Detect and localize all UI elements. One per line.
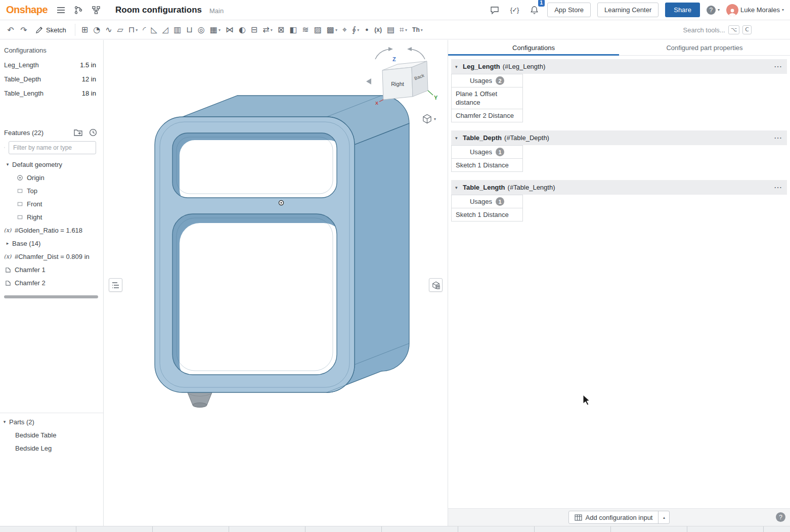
config-section-header-leg-length[interactable]: ▾Leg_Length(#Leg_Length)⋯ — [451, 59, 787, 74]
thicken-dropdown-caret[interactable]: ▾ — [136, 28, 138, 32]
tree-item-top[interactable]: Top — [0, 184, 103, 197]
learning-center-button[interactable]: Learning Center — [597, 3, 659, 17]
app-store-button[interactable]: App Store — [547, 3, 591, 17]
create-folder-icon[interactable] — [74, 128, 82, 136]
fillet-button[interactable]: ◜ — [140, 23, 148, 37]
custom-thread-dropdown-caret[interactable]: ▾ — [421, 28, 423, 32]
linear-pattern-button[interactable]: ▦▾ — [207, 23, 223, 37]
chamfer-button[interactable]: ◺ — [149, 23, 160, 37]
point-button[interactable]: ∙ — [362, 23, 372, 37]
tree-item-origin[interactable]: Origin — [0, 171, 103, 184]
section-collapse-icon[interactable]: ▾ — [455, 136, 463, 141]
add-configuration-input-button[interactable]: Add configuration input ▴ — [568, 511, 670, 524]
loft-button[interactable]: ▱ — [115, 23, 126, 37]
configuration-value[interactable]: 12 in — [82, 75, 96, 83]
redo-button[interactable]: ↷ — [17, 23, 30, 37]
tree-item-chamfer-1[interactable]: Chamfer 1 — [0, 263, 103, 276]
derived-button[interactable]: ▤ — [384, 23, 397, 37]
sweep-button[interactable]: ∿ — [103, 23, 114, 37]
view-cube[interactable]: Right Back Z Y X — [362, 44, 439, 113]
view-orientation-button[interactable]: ▾ — [422, 114, 436, 124]
document-tabs-bar[interactable] — [0, 526, 790, 532]
boolean-button[interactable]: ◐ — [236, 23, 248, 37]
chevron-down-icon[interactable]: ▾ — [434, 117, 436, 121]
feature-check-button[interactable]: {✓} — [508, 4, 521, 17]
comments-button[interactable] — [488, 4, 501, 17]
tree-item-default-geometry[interactable]: ▾Default geometry — [0, 158, 103, 171]
origin-marker[interactable] — [279, 201, 284, 205]
feature-list-toggle-button[interactable] — [109, 278, 122, 292]
configuration-row-table-depth[interactable]: Table_Depth12 in — [0, 72, 103, 86]
help-icon[interactable]: ? — [776, 512, 785, 522]
help-menu-button[interactable]: ? ▾ — [707, 6, 720, 15]
undo-button[interactable]: ↶ — [4, 23, 17, 37]
tree-item-golden-ratio-1-618[interactable]: (x)#Golden_Ratio = 1.618 — [0, 224, 103, 237]
variable-button[interactable]: (x) — [372, 23, 384, 37]
helix-button[interactable]: ∮▾ — [349, 23, 362, 37]
sheet-metal-dropdown-caret[interactable]: ▾ — [405, 28, 407, 32]
section-menu-button[interactable]: ⋯ — [773, 183, 783, 192]
fill-surface-button[interactable]: ▩▾ — [324, 23, 340, 37]
usage-row-sketch-1-distance[interactable]: Sketch 1 Distance — [451, 208, 523, 221]
linear-pattern-dropdown-caret[interactable]: ▾ — [218, 28, 221, 32]
move-face-button[interactable]: ◧ — [287, 23, 299, 37]
rotate-left-arrow-icon[interactable] — [375, 49, 390, 59]
search-tools-button[interactable]: Search tools... ⌥ C — [683, 25, 786, 34]
sketch-button[interactable]: Sketch — [30, 22, 71, 37]
part-item-bedside-leg[interactable]: Bedside Leg — [0, 441, 103, 455]
tree-item-chamfer-dist-0-809-in[interactable]: (x)#Chamfer_Dist = 0.809 in — [0, 250, 103, 263]
parts-header[interactable]: ▾ Parts (2) — [0, 415, 103, 428]
split-button[interactable]: ⊟ — [248, 23, 260, 37]
helix-dropdown-caret[interactable]: ▾ — [357, 28, 359, 32]
expand-caret-icon[interactable]: ▸ — [3, 241, 12, 246]
graphics-viewport[interactable]: Right Back Z Y X ▾ — [104, 40, 447, 526]
rotate-right-arrow-icon[interactable] — [410, 49, 425, 59]
notifications-button[interactable]: 1 — [528, 4, 541, 17]
hole-button[interactable]: ◎ — [195, 23, 207, 37]
section-menu-button[interactable]: ⋯ — [773, 133, 783, 143]
offset-surface-button[interactable]: ≋ — [299, 23, 311, 37]
workspace-name[interactable]: Main — [209, 7, 224, 15]
filter-funnel-icon[interactable] — [4, 144, 5, 151]
pan-left-arrow-icon[interactable] — [366, 78, 371, 84]
add-configuration-dropdown-caret[interactable]: ▴ — [658, 511, 669, 523]
tree-item-front[interactable]: Front — [0, 197, 103, 210]
tab-configurations[interactable]: Configurations — [448, 40, 619, 55]
section-collapse-icon[interactable]: ▾ — [455, 64, 463, 69]
sheet-metal-button[interactable]: ⌗▾ — [397, 23, 410, 37]
collapse-caret-icon[interactable]: ▾ — [3, 162, 12, 167]
transform-button[interactable]: ⇄▾ — [260, 23, 275, 37]
configuration-value[interactable]: 1.5 in — [80, 61, 96, 69]
view-cube-front-label[interactable]: Right — [391, 81, 404, 87]
configuration-value[interactable]: 18 in — [82, 90, 96, 97]
rollback-history-icon[interactable] — [89, 128, 97, 137]
extrude-button[interactable]: ⊞ — [79, 23, 91, 37]
user-menu-button[interactable]: Luke Morales ▾ — [726, 4, 784, 16]
configuration-row-table-length[interactable]: Table_Length18 in — [0, 86, 103, 100]
horizontal-scrollbar[interactable] — [4, 295, 98, 298]
transform-dropdown-caret[interactable]: ▾ — [271, 28, 273, 32]
main-menu-button[interactable] — [54, 4, 67, 17]
fill-surface-dropdown-caret[interactable]: ▾ — [335, 28, 337, 32]
tree-item-chamfer-2[interactable]: Chamfer 2 — [0, 276, 103, 289]
draft-button[interactable]: ◿ — [160, 23, 171, 37]
3d-model-bedside-table[interactable] — [104, 40, 447, 526]
document-settings-button[interactable] — [90, 4, 103, 17]
tree-item-right[interactable]: Right — [0, 210, 103, 224]
part-item-bedside-table[interactable]: Bedside Table — [0, 428, 103, 441]
mate-connector-button[interactable]: ⌖ — [340, 23, 349, 37]
configuration-row-leg-length[interactable]: Leg_Length1.5 in — [0, 58, 103, 72]
revolve-button[interactable]: ◔ — [91, 23, 103, 37]
thicken-button[interactable]: ⊓▾ — [126, 23, 141, 37]
config-section-header-table-length[interactable]: ▾Table_Length(#Table_Length)⋯ — [451, 180, 787, 195]
tree-item-base-14[interactable]: ▸Base (14) — [0, 237, 103, 250]
custom-thread-button[interactable]: Th▾ — [410, 23, 425, 37]
boundary-surface-button[interactable]: ▨ — [312, 23, 324, 37]
versions-button[interactable] — [72, 4, 85, 17]
section-collapse-icon[interactable]: ▾ — [455, 185, 463, 190]
usage-row-plane-1-offset-distance[interactable]: Plane 1 Offset distance — [451, 87, 523, 109]
delete-face-button[interactable]: ⊠ — [275, 23, 287, 37]
section-menu-button[interactable]: ⋯ — [773, 62, 783, 71]
share-button[interactable]: Share — [665, 3, 700, 17]
tab-configured-part-properties[interactable]: Configured part properties — [619, 40, 790, 55]
